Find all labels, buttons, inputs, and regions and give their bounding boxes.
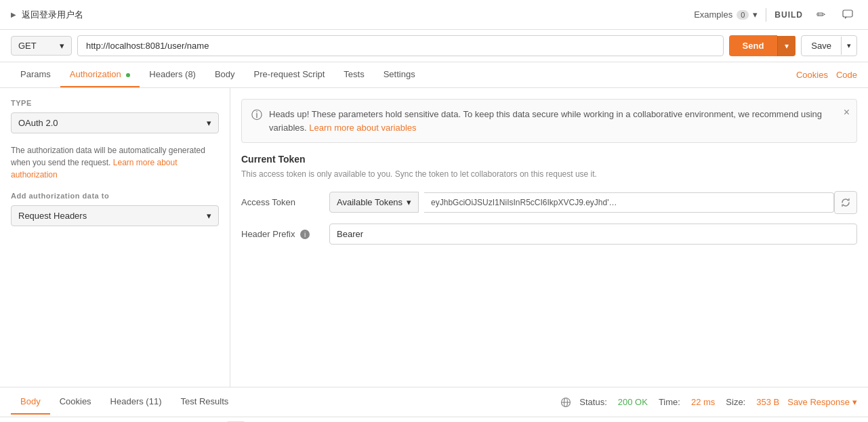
- add-auth-label: Add authorization data to: [11, 192, 219, 200]
- type-dropdown[interactable]: OAuth 2.0 ▾: [11, 112, 219, 133]
- bottom-tab-headers[interactable]: Headers (11): [101, 389, 171, 415]
- comment-icon-button[interactable]: [838, 5, 857, 24]
- left-panel: TYPE OAuth 2.0 ▾ The authorization data …: [0, 88, 230, 387]
- examples-chevron-icon: ▾: [753, 9, 758, 20]
- tab-headers[interactable]: Headers (8): [140, 62, 205, 87]
- top-bar-right: Examples 0 ▾ BUILD ✏: [694, 5, 857, 24]
- sync-button[interactable]: [834, 191, 857, 214]
- bottom-tabs-bar: Body Cookies Headers (11) Test Results S…: [0, 387, 868, 417]
- save-response-chevron-icon: ▾: [852, 397, 857, 407]
- status-label: Status:: [579, 397, 606, 407]
- avail-chevron-icon: ▾: [407, 197, 411, 207]
- edit-icon: ✏: [817, 8, 825, 21]
- access-token-row: Access Token Available Tokens ▾ eyJhbGci…: [241, 191, 857, 214]
- token-value-display: eyJhbGciOiJSUzI1NiIsInR5cCI6IkpXVCJ9.eyJ…: [424, 192, 834, 213]
- bottom-right-status: Status: 200 OK Time: 22 ms Size: 353 B S…: [560, 397, 857, 408]
- main-content: TYPE OAuth 2.0 ▾ The authorization data …: [0, 88, 868, 387]
- response-toolbar: Pretty Raw Preview Visualize Text ▾: [0, 417, 868, 422]
- right-panel: ⓘ Heads up! These parameters hold sensit…: [230, 88, 868, 387]
- add-to-dropdown[interactable]: Request Headers ▾: [11, 205, 219, 226]
- breadcrumb-arrow-icon: ▶: [11, 11, 16, 18]
- available-tokens-dropdown[interactable]: Available Tokens ▾: [329, 192, 419, 213]
- authorization-dot: [126, 73, 130, 77]
- tabs-right-links: Cookies Code: [796, 70, 857, 80]
- type-value: OAuth 2.0: [18, 118, 58, 128]
- tab-settings[interactable]: Settings: [374, 62, 425, 87]
- auth-description: The authorization data will be automatic…: [11, 144, 219, 181]
- examples-label: Examples: [694, 9, 732, 20]
- time-value: 22 ms: [691, 397, 715, 407]
- status-bar: Status: 200 OK Time: 22 ms Size: 353 B: [579, 397, 779, 407]
- save-button[interactable]: Save ▾: [801, 35, 857, 56]
- send-main-button[interactable]: Send: [729, 35, 778, 56]
- save-dropdown-button[interactable]: ▾: [841, 37, 856, 55]
- bottom-tab-test-results[interactable]: Test Results: [171, 389, 238, 415]
- cookies-link[interactable]: Cookies: [796, 70, 828, 80]
- learn-variables-link[interactable]: Learn more about variables: [309, 123, 416, 133]
- tab-authorization[interactable]: Authorization: [60, 62, 140, 87]
- tab-tests[interactable]: Tests: [334, 62, 373, 87]
- svg-rect-0: [843, 10, 852, 17]
- build-button[interactable]: BUILD: [774, 10, 803, 20]
- add-chevron-icon: ▾: [207, 211, 211, 221]
- current-token-sub: This access token is only available to y…: [241, 169, 857, 180]
- examples-badge: 0: [737, 10, 749, 20]
- examples-button[interactable]: Examples 0 ▾: [694, 9, 758, 20]
- divider: [766, 8, 766, 22]
- type-chevron-icon: ▾: [207, 118, 211, 128]
- breadcrumb-text: 返回登录用户名: [22, 9, 83, 21]
- url-input[interactable]: [77, 35, 724, 56]
- tab-prerequest[interactable]: Pre-request Script: [245, 62, 335, 87]
- alert-box: ⓘ Heads up! These parameters hold sensit…: [241, 99, 857, 143]
- header-prefix-row: Header Prefix i: [241, 224, 857, 245]
- send-dropdown-button[interactable]: ▾: [777, 36, 795, 56]
- sync-icon: [840, 197, 851, 208]
- bottom-tab-cookies[interactable]: Cookies: [50, 389, 101, 415]
- size-value: 353 B: [756, 397, 779, 407]
- save-response-button[interactable]: Save Response ▾: [787, 397, 857, 407]
- code-link[interactable]: Code: [836, 70, 857, 80]
- bottom-tab-body[interactable]: Body: [11, 389, 50, 415]
- tab-body[interactable]: Body: [205, 62, 245, 87]
- breadcrumb-section: ▶ 返回登录用户名: [11, 9, 83, 21]
- tab-params[interactable]: Params: [11, 62, 60, 87]
- edit-icon-button[interactable]: ✏: [811, 5, 830, 24]
- url-bar: GET ▾ Send ▾ Save ▾: [0, 30, 868, 62]
- status-value: 200 OK: [618, 397, 648, 407]
- comment-icon: [842, 9, 853, 20]
- header-prefix-input[interactable]: [329, 224, 857, 245]
- add-to-value: Request Headers: [18, 211, 87, 221]
- method-label: GET: [18, 41, 37, 51]
- size-label: Size:: [726, 397, 745, 407]
- current-token-title: Current Token: [241, 154, 857, 165]
- method-select[interactable]: GET ▾: [11, 36, 72, 56]
- alert-text: Heads up! These parameters hold sensitiv…: [269, 108, 847, 134]
- header-prefix-label-wrap: Header Prefix i: [241, 229, 329, 240]
- alert-icon: ⓘ: [251, 108, 262, 123]
- bottom-section: Body Cookies Headers (11) Test Results S…: [0, 387, 868, 422]
- request-tabs-bar: Params Authorization Headers (8) Body Pr…: [0, 62, 868, 88]
- type-label: TYPE: [11, 99, 219, 107]
- access-token-input-group: Available Tokens ▾ eyJhbGciOiJSUzI1NiIsI…: [329, 192, 834, 213]
- save-main-button[interactable]: Save: [802, 36, 841, 56]
- method-chevron-icon: ▾: [60, 41, 64, 51]
- info-icon[interactable]: i: [300, 230, 310, 239]
- time-label: Time:: [659, 397, 680, 407]
- alert-close-button[interactable]: ×: [844, 106, 850, 119]
- globe-icon: [560, 397, 571, 408]
- send-button[interactable]: Send ▾: [729, 35, 796, 56]
- access-token-label: Access Token: [241, 197, 329, 207]
